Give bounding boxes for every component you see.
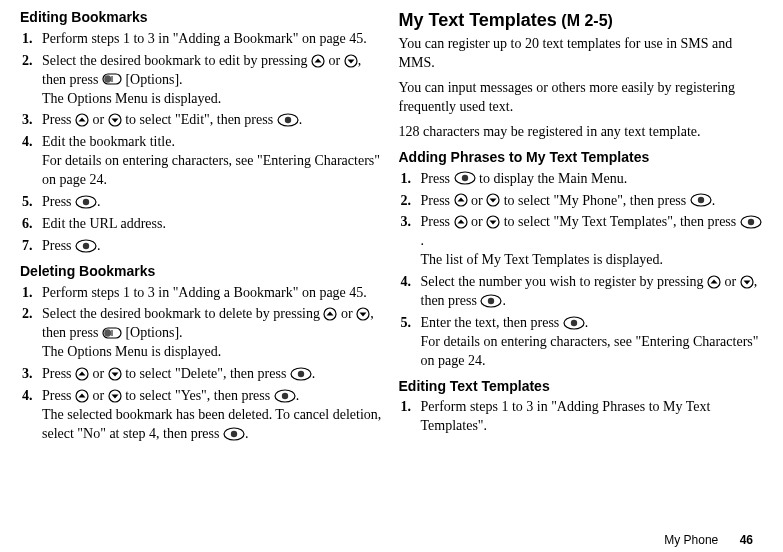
step-text: Press or to select "My Text Templates", … bbox=[421, 213, 764, 270]
heading-editing-bookmarks: Editing Bookmarks bbox=[20, 8, 385, 27]
text-fragment: . bbox=[296, 388, 300, 403]
deleting-step-1: 1. Perform steps 1 to 3 in "Adding a Boo… bbox=[20, 284, 385, 303]
editing-step-2: 2. Select the desired bookmark to edit b… bbox=[20, 52, 385, 109]
text-fragment: . bbox=[421, 233, 425, 248]
step-number: 2. bbox=[401, 192, 421, 211]
text-fragment: Edit the bookmark title. bbox=[42, 133, 385, 152]
text-fragment: [Options]. bbox=[122, 325, 183, 340]
text-fragment: . bbox=[97, 194, 101, 209]
text-fragment: to select "Edit", then press bbox=[122, 112, 277, 127]
text-fragment: or bbox=[325, 53, 344, 68]
step-number: 2. bbox=[22, 305, 42, 362]
text-fragment: . bbox=[312, 366, 316, 381]
center-icon bbox=[75, 195, 97, 209]
intro-para-1: You can register up to 20 text templates… bbox=[399, 35, 764, 73]
step-text: Press to display the Main Menu. bbox=[421, 170, 764, 189]
step-number: 3. bbox=[22, 111, 42, 130]
center-icon bbox=[223, 427, 245, 441]
step-note: For details on entering characters, see … bbox=[42, 152, 385, 190]
up-icon bbox=[75, 367, 89, 381]
up-icon bbox=[75, 389, 89, 403]
step-text: Press or to select "Delete", then press … bbox=[42, 365, 385, 384]
step-number: 1. bbox=[22, 30, 42, 49]
center-icon bbox=[290, 367, 312, 381]
adding-step-2: 2. Press or to select "My Phone", then p… bbox=[399, 192, 764, 211]
down-icon bbox=[108, 113, 122, 127]
text-fragment: Press bbox=[42, 112, 75, 127]
step-number: 1. bbox=[22, 284, 42, 303]
step-text: Perform steps 1 to 3 in "Adding a Bookma… bbox=[42, 284, 385, 303]
text-fragment: or bbox=[468, 214, 487, 229]
step-number: 7. bbox=[22, 237, 42, 256]
text-fragment: Press bbox=[42, 366, 75, 381]
text-fragment: Press bbox=[42, 194, 75, 209]
step-note: The Options Menu is displayed. bbox=[42, 90, 385, 109]
adding-step-3: 3. Press or to select "My Text Templates… bbox=[399, 213, 764, 270]
intro-para-3: 128 characters may be registered in any … bbox=[399, 123, 764, 142]
adding-step-5: 5. Enter the text, then press . For deta… bbox=[399, 314, 764, 371]
text-fragment: to select "My Text Templates", then pres… bbox=[500, 214, 740, 229]
text-fragment: [Options]. bbox=[122, 72, 183, 87]
center-icon bbox=[740, 215, 762, 229]
step-text: Select the desired bookmark to delete by… bbox=[42, 305, 385, 362]
left-column: Editing Bookmarks 1. Perform steps 1 to … bbox=[20, 8, 397, 530]
center-icon bbox=[480, 294, 502, 308]
adding-step-4: 4. Select the number you wish to registe… bbox=[399, 273, 764, 311]
heading-deleting-bookmarks: Deleting Bookmarks bbox=[20, 262, 385, 281]
page-footer: My Phone 46 bbox=[0, 530, 783, 548]
main-title-suffix: (M 2-5) bbox=[557, 12, 613, 29]
down-icon bbox=[740, 275, 754, 289]
text-fragment: Select the desired bookmark to delete by… bbox=[42, 306, 323, 321]
center-icon bbox=[75, 239, 97, 253]
up-icon bbox=[323, 307, 337, 321]
step-number: 2. bbox=[22, 52, 42, 109]
step-text: Edit the bookmark title. For details on … bbox=[42, 133, 385, 190]
text-fragment: Select the number you wish to register b… bbox=[421, 274, 708, 289]
step-note: The list of My Text Templates is display… bbox=[421, 251, 764, 270]
center-icon bbox=[274, 389, 296, 403]
step-number: 3. bbox=[22, 365, 42, 384]
down-icon bbox=[486, 215, 500, 229]
up-icon bbox=[707, 275, 721, 289]
text-fragment: Press bbox=[42, 388, 75, 403]
step-text: Press . bbox=[42, 193, 385, 212]
text-fragment: . bbox=[502, 293, 506, 308]
text-fragment: The selected bookmark has been deleted. … bbox=[42, 407, 381, 441]
step-note: For details on entering characters, see … bbox=[421, 333, 764, 371]
step-text: Perform steps 1 to 3 in "Adding a Bookma… bbox=[42, 30, 385, 49]
text-fragment: Enter the text, then press bbox=[421, 315, 563, 330]
step-text: Edit the URL address. bbox=[42, 215, 385, 234]
step-text: Press . bbox=[42, 237, 385, 256]
step-text: Select the desired bookmark to edit by p… bbox=[42, 52, 385, 109]
text-fragment: to select "Delete", then press bbox=[122, 366, 290, 381]
step-text: Select the number you wish to register b… bbox=[421, 273, 764, 311]
right-column: My Text Templates (M 2-5) You can regist… bbox=[397, 8, 764, 530]
step-text: Press or to select "My Phone", then pres… bbox=[421, 192, 764, 211]
text-fragment: or bbox=[89, 366, 108, 381]
deleting-step-2: 2. Select the desired bookmark to delete… bbox=[20, 305, 385, 362]
text-fragment: Select the desired bookmark to edit by p… bbox=[42, 53, 311, 68]
text-fragment: or bbox=[468, 193, 487, 208]
edit-templates-step-1: 1. Perform steps 1 to 3 in "Adding Phras… bbox=[399, 398, 764, 436]
text-fragment: to select "My Phone", then press bbox=[500, 193, 690, 208]
deleting-step-3: 3. Press or to select "Delete", then pre… bbox=[20, 365, 385, 384]
step-number: 4. bbox=[22, 387, 42, 444]
step-text: Press or to select "Yes", then press . T… bbox=[42, 387, 385, 444]
main-title: My Text Templates bbox=[399, 10, 557, 30]
step-text: Perform steps 1 to 3 in "Adding Phrases … bbox=[421, 398, 764, 436]
center-icon bbox=[690, 193, 712, 207]
up-icon bbox=[311, 54, 325, 68]
text-fragment: Press bbox=[421, 193, 454, 208]
text-fragment: . bbox=[585, 315, 589, 330]
text-fragment: Press bbox=[421, 214, 454, 229]
editing-step-7: 7. Press . bbox=[20, 237, 385, 256]
text-fragment: . bbox=[299, 112, 303, 127]
text-fragment: . bbox=[712, 193, 716, 208]
down-icon bbox=[486, 193, 500, 207]
editing-step-1: 1. Perform steps 1 to 3 in "Adding a Boo… bbox=[20, 30, 385, 49]
up-icon bbox=[75, 113, 89, 127]
page-content: Editing Bookmarks 1. Perform steps 1 to … bbox=[0, 0, 783, 530]
text-fragment: or bbox=[721, 274, 740, 289]
step-number: 5. bbox=[401, 314, 421, 371]
text-fragment: . bbox=[97, 238, 101, 253]
